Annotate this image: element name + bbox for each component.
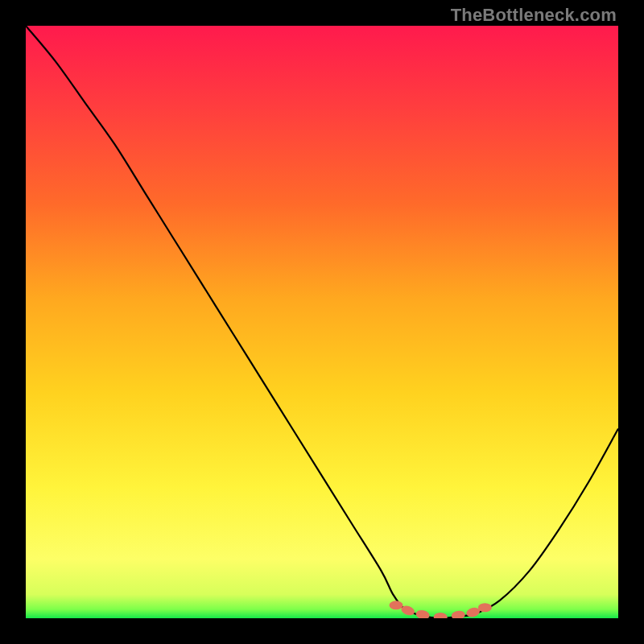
bottleneck-chart bbox=[26, 26, 618, 618]
optimal-marker bbox=[478, 603, 492, 612]
watermark-text: TheBottleneck.com bbox=[451, 5, 617, 26]
optimal-marker bbox=[390, 601, 403, 609]
chart-frame bbox=[26, 26, 618, 618]
gradient-background bbox=[26, 26, 618, 618]
